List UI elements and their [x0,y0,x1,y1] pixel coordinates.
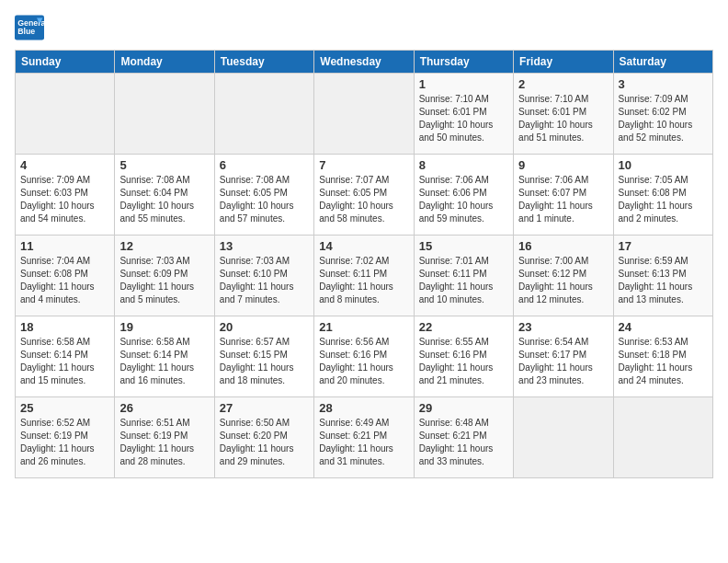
day-number: 9 [518,158,608,172]
day-info: Sunrise: 7:07 AMSunset: 6:05 PMDaylight:… [319,174,408,225]
weekday-header-sunday: Sunday [16,51,115,74]
day-number: 26 [119,401,209,415]
calendar-cell: 2Sunrise: 7:10 AMSunset: 6:01 PMDaylight… [514,74,613,155]
day-number: 19 [119,320,209,334]
calendar-cell: 4Sunrise: 7:09 AMSunset: 6:03 PMDaylight… [16,155,115,236]
calendar-cell: 5Sunrise: 7:08 AMSunset: 6:04 PMDaylight… [115,155,214,236]
logo: General Blue [15,15,44,40]
day-info: Sunrise: 7:00 AMSunset: 6:12 PMDaylight:… [518,255,608,306]
day-number: 22 [419,320,508,334]
day-info: Sunrise: 7:06 AMSunset: 6:06 PMDaylight:… [419,174,508,225]
day-number: 29 [419,401,508,415]
calendar-cell: 28Sunrise: 6:49 AMSunset: 6:21 PMDayligh… [314,397,414,478]
weekday-header-tuesday: Tuesday [214,51,313,74]
day-number: 3 [619,77,708,91]
day-number: 4 [20,158,109,172]
day-number: 20 [220,320,309,334]
day-info: Sunrise: 6:50 AMSunset: 6:20 PMDaylight:… [220,417,309,468]
day-info: Sunrise: 6:48 AMSunset: 6:21 PMDaylight:… [419,417,508,468]
day-info: Sunrise: 6:54 AMSunset: 6:17 PMDaylight:… [518,336,608,387]
day-number: 24 [619,320,708,334]
day-info: Sunrise: 7:09 AMSunset: 6:02 PMDaylight:… [619,93,708,144]
day-number: 2 [518,77,608,91]
calendar-cell: 25Sunrise: 6:52 AMSunset: 6:19 PMDayligh… [16,397,115,478]
calendar-table: SundayMondayTuesdayWednesdayThursdayFrid… [15,50,713,478]
day-info: Sunrise: 7:02 AMSunset: 6:11 PMDaylight:… [319,255,408,306]
day-number: 28 [319,401,408,415]
day-info: Sunrise: 6:56 AMSunset: 6:16 PMDaylight:… [319,336,408,387]
weekday-header-thursday: Thursday [414,51,513,74]
day-number: 11 [20,239,109,253]
day-number: 14 [319,239,408,253]
day-number: 5 [119,158,209,172]
day-info: Sunrise: 7:04 AMSunset: 6:08 PMDaylight:… [20,255,109,306]
calendar-cell: 12Sunrise: 7:03 AMSunset: 6:09 PMDayligh… [115,236,214,316]
day-number: 15 [419,239,508,253]
day-info: Sunrise: 6:59 AMSunset: 6:13 PMDaylight:… [619,255,708,306]
day-info: Sunrise: 7:10 AMSunset: 6:01 PMDaylight:… [419,93,508,144]
day-info: Sunrise: 7:03 AMSunset: 6:09 PMDaylight:… [119,255,209,306]
weekday-header-monday: Monday [115,51,214,74]
day-number: 25 [20,401,109,415]
logo-icon: General Blue [15,15,44,40]
calendar-cell: 17Sunrise: 6:59 AMSunset: 6:13 PMDayligh… [613,236,712,316]
day-info: Sunrise: 6:52 AMSunset: 6:19 PMDaylight:… [20,417,109,468]
day-number: 27 [220,401,309,415]
day-number: 13 [220,239,309,253]
calendar-cell: 16Sunrise: 7:00 AMSunset: 6:12 PMDayligh… [514,236,613,316]
day-number: 6 [220,158,309,172]
day-info: Sunrise: 6:57 AMSunset: 6:15 PMDaylight:… [220,336,309,387]
calendar-cell: 18Sunrise: 6:58 AMSunset: 6:14 PMDayligh… [16,316,115,397]
day-number: 17 [619,239,708,253]
calendar-cell: 22Sunrise: 6:55 AMSunset: 6:16 PMDayligh… [414,316,513,397]
day-number: 10 [619,158,708,172]
calendar-cell: 21Sunrise: 6:56 AMSunset: 6:16 PMDayligh… [314,316,414,397]
day-info: Sunrise: 7:10 AMSunset: 6:01 PMDaylight:… [518,93,608,144]
calendar-cell: 14Sunrise: 7:02 AMSunset: 6:11 PMDayligh… [314,236,414,316]
calendar-cell: 11Sunrise: 7:04 AMSunset: 6:08 PMDayligh… [16,236,115,316]
calendar-cell [214,74,313,155]
calendar-cell [115,74,214,155]
day-info: Sunrise: 6:58 AMSunset: 6:14 PMDaylight:… [20,336,109,387]
calendar-cell: 29Sunrise: 6:48 AMSunset: 6:21 PMDayligh… [414,397,513,478]
day-number: 7 [319,158,408,172]
calendar-cell: 7Sunrise: 7:07 AMSunset: 6:05 PMDaylight… [314,155,414,236]
calendar-cell: 9Sunrise: 7:06 AMSunset: 6:07 PMDaylight… [514,155,613,236]
calendar-cell: 20Sunrise: 6:57 AMSunset: 6:15 PMDayligh… [214,316,313,397]
calendar-cell: 15Sunrise: 7:01 AMSunset: 6:11 PMDayligh… [414,236,513,316]
day-number: 8 [419,158,508,172]
calendar-cell [613,397,712,478]
day-number: 12 [119,239,209,253]
calendar-cell: 1Sunrise: 7:10 AMSunset: 6:01 PMDaylight… [414,74,513,155]
calendar-cell: 8Sunrise: 7:06 AMSunset: 6:06 PMDaylight… [414,155,513,236]
day-number: 18 [20,320,109,334]
calendar-cell: 24Sunrise: 6:53 AMSunset: 6:18 PMDayligh… [613,316,712,397]
weekday-header-friday: Friday [514,51,613,74]
calendar-cell: 23Sunrise: 6:54 AMSunset: 6:17 PMDayligh… [514,316,613,397]
calendar-cell [314,74,414,155]
calendar-cell: 6Sunrise: 7:08 AMSunset: 6:05 PMDaylight… [214,155,313,236]
day-info: Sunrise: 6:49 AMSunset: 6:21 PMDaylight:… [319,417,408,468]
calendar-cell [16,74,115,155]
calendar-cell: 3Sunrise: 7:09 AMSunset: 6:02 PMDaylight… [613,74,712,155]
day-info: Sunrise: 6:55 AMSunset: 6:16 PMDaylight:… [419,336,508,387]
day-info: Sunrise: 7:01 AMSunset: 6:11 PMDaylight:… [419,255,508,306]
page-header: General Blue [15,15,713,40]
day-number: 21 [319,320,408,334]
calendar-cell [514,397,613,478]
day-number: 23 [518,320,608,334]
weekday-header-wednesday: Wednesday [314,51,414,74]
day-number: 1 [419,77,508,91]
day-info: Sunrise: 6:58 AMSunset: 6:14 PMDaylight:… [119,336,209,387]
day-info: Sunrise: 6:51 AMSunset: 6:19 PMDaylight:… [119,417,209,468]
svg-text:Blue: Blue [17,27,35,36]
calendar-cell: 27Sunrise: 6:50 AMSunset: 6:20 PMDayligh… [214,397,313,478]
calendar-cell: 10Sunrise: 7:05 AMSunset: 6:08 PMDayligh… [613,155,712,236]
calendar-cell: 26Sunrise: 6:51 AMSunset: 6:19 PMDayligh… [115,397,214,478]
day-info: Sunrise: 7:05 AMSunset: 6:08 PMDaylight:… [619,174,708,225]
day-number: 16 [518,239,608,253]
day-info: Sunrise: 7:08 AMSunset: 6:05 PMDaylight:… [220,174,309,225]
day-info: Sunrise: 6:53 AMSunset: 6:18 PMDaylight:… [619,336,708,387]
day-info: Sunrise: 7:09 AMSunset: 6:03 PMDaylight:… [20,174,109,225]
day-info: Sunrise: 7:06 AMSunset: 6:07 PMDaylight:… [518,174,608,225]
